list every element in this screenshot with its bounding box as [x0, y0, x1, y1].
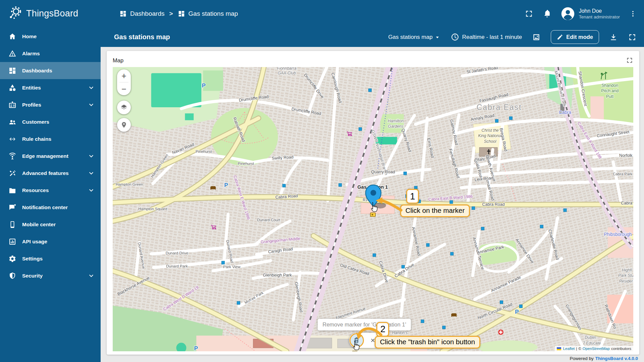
- sidebar-item-entities[interactable]: Entities: [0, 79, 101, 96]
- tutorial-step-2-badge: 2: [376, 322, 389, 337]
- map-point: [519, 305, 522, 308]
- sidebar-item-security[interactable]: Security: [0, 267, 101, 284]
- map-label: Glenbeigh Park: [263, 273, 292, 278]
- sidebar-item-api-usage[interactable]: API usage: [0, 233, 101, 250]
- resources-icon: [8, 186, 16, 194]
- sidebar-item-mobile-center[interactable]: Mobile center: [0, 216, 101, 233]
- map-label: Shandon: [601, 83, 618, 88]
- map-point: [450, 252, 453, 255]
- thingsboard-version-link[interactable]: ThingsBoard v.4.0.0: [595, 356, 638, 361]
- map-label: Hampton Square: [138, 207, 167, 211]
- map-point: [509, 117, 512, 120]
- sidebar-item-alarms[interactable]: Alarms: [0, 45, 101, 62]
- user-menu[interactable]: John Doe Tenant administrator: [561, 7, 620, 21]
- more-vert-icon[interactable]: [629, 9, 637, 18]
- map-point: [450, 200, 453, 203]
- sidebar-item-profiles[interactable]: Profiles: [0, 96, 101, 113]
- edge-management-icon: [8, 152, 16, 160]
- edit-mode-button[interactable]: Edit mode: [551, 30, 599, 44]
- map-label: Cabra: [559, 110, 571, 115]
- chevron-down-icon: [87, 152, 95, 160]
- map-label: Quarry Road: [371, 170, 395, 174]
- dashboards-icon: [8, 67, 16, 75]
- sidebar-item-dashboards[interactable]: Dashboards: [0, 62, 101, 79]
- thingsboard-logo-icon: [7, 5, 23, 22]
- sidebar-item-customers[interactable]: Customers: [0, 113, 101, 130]
- caret-down-icon: [434, 34, 441, 41]
- home-icon: [8, 33, 16, 41]
- layers-button[interactable]: [117, 101, 131, 114]
- sidebar-item-label: Settings: [22, 256, 95, 262]
- expand-widget-icon[interactable]: [626, 57, 633, 64]
- sidebar-item-label: Advanced features: [22, 170, 82, 176]
- customers-icon: [8, 118, 16, 126]
- avatar: [561, 7, 575, 21]
- map-label: Gardens: [388, 124, 404, 129]
- map-point: [369, 89, 372, 92]
- osm-link[interactable]: OpenStreetMap: [583, 347, 610, 351]
- breadcrumb-item-current[interactable]: Gas stations map: [178, 10, 238, 17]
- sidebar-item-label: Resources: [22, 187, 82, 193]
- chevron-down-icon: [87, 84, 95, 92]
- mobile-center-icon: [8, 221, 16, 229]
- chevron-down-icon: [87, 272, 95, 280]
- map-label: 7 Educate: [583, 341, 601, 346]
- parking-icon: P: [515, 309, 519, 315]
- locate-button[interactable]: [117, 118, 131, 132]
- sidebar-nav: HomeAlarmsDashboardsEntitiesProfilesCust…: [0, 27, 101, 362]
- zoom-in-button[interactable]: +: [117, 69, 131, 82]
- fullscreen-icon[interactable]: [628, 33, 637, 42]
- sidebar-item-label: API usage: [22, 239, 95, 245]
- sidebar-item-rule-chains[interactable]: Rule chains: [0, 130, 101, 147]
- timewindow-button[interactable]: Realtime - last 1 minute: [451, 33, 522, 41]
- trash-bin-button[interactable]: [350, 333, 364, 348]
- dashboard-image-icon[interactable]: [532, 33, 541, 42]
- breadcrumb-item-dashboards[interactable]: Dashboards: [119, 10, 164, 17]
- dashboards-icon: [178, 10, 185, 17]
- parking-icon: P: [224, 182, 228, 188]
- map-attribution: Leaflet | © OpenStreetMap contributors: [555, 346, 633, 351]
- map-label: Fionnbarra: [277, 67, 297, 71]
- sidebar-item-label: Edge management: [22, 153, 82, 159]
- map-point: [540, 225, 543, 228]
- download-icon[interactable]: [609, 33, 618, 42]
- remove-marker-tooltip: Remove marker for 'Gas station 1': [318, 319, 411, 330]
- map-label: Pinehurst: [196, 149, 212, 154]
- logo[interactable]: ThingsBoard: [0, 5, 101, 22]
- sidebar-item-notification-center[interactable]: Notification center: [0, 199, 101, 216]
- map-point: [564, 208, 567, 212]
- sidebar-item-settings[interactable]: Settings: [0, 250, 101, 267]
- top-header: ThingsBoard Dashboards > Gas stations ma…: [0, 0, 644, 27]
- zoom-control: + −: [117, 69, 131, 95]
- dashboard-state-select[interactable]: Gas stations map: [388, 34, 440, 41]
- map-label: Dunard Court: [257, 218, 280, 222]
- map-label: Phibsborough: [604, 232, 632, 237]
- breadcrumb-separator: >: [169, 10, 173, 17]
- security-icon: [8, 272, 16, 280]
- notifications-bell-icon[interactable]: [543, 9, 551, 18]
- map-label: Cabra Road: [482, 202, 504, 207]
- leaflet-map[interactable]: PPPP FionnbarraGAA-ClubDrumcliffe RoadDr…: [113, 67, 633, 351]
- map-label: King National: [478, 133, 502, 138]
- sidebar-item-home[interactable]: Home: [0, 28, 101, 45]
- chevron-down-icon: [87, 169, 95, 177]
- powered-by: Powered by ThingsBoard v.4.0.0: [107, 355, 639, 362]
- fullscreen-icon[interactable]: [525, 9, 533, 18]
- hospital-icon: [498, 329, 503, 335]
- sidebar-item-resources[interactable]: Resources: [0, 182, 101, 199]
- dashboard-page: Map: [101, 47, 644, 362]
- page-title: Gas stations map: [114, 33, 170, 41]
- sidebar-item-advanced-features[interactable]: Advanced features: [0, 165, 101, 182]
- sidebar-item-edge-management[interactable]: Edge management: [0, 147, 101, 165]
- leaflet-link[interactable]: Leaflet: [563, 347, 575, 351]
- map-label: School: [484, 139, 496, 144]
- sidebar-item-label: Entities: [22, 85, 82, 91]
- map-point: [421, 320, 424, 323]
- dashboards-icon: [119, 10, 127, 17]
- advanced-features-icon: [8, 169, 16, 177]
- map-label: Hampton Green: [116, 182, 143, 186]
- profiles-icon: [8, 101, 16, 109]
- map-label: Dublin: [585, 335, 596, 340]
- ukraine-flag-icon: [557, 347, 561, 350]
- map-label: Pinehurst: [238, 162, 254, 166]
